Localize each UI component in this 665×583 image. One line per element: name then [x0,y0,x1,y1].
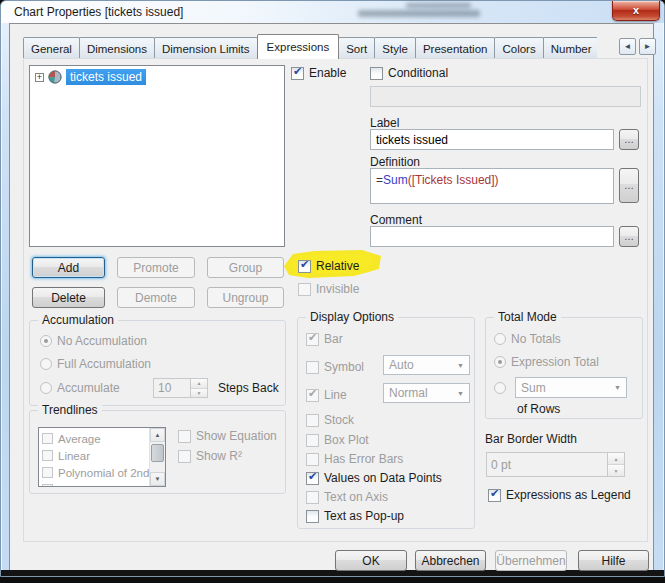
checkbox-box: ✔ [298,260,311,273]
check-icon: ✔ [293,66,302,77]
total-aggregation-dropdown[interactable]: Sum ▼ [515,377,627,398]
accumulate-radio[interactable]: Accumulate [40,381,120,395]
trendline-item-poly3[interactable]: Polynomial of 3rd d [39,481,165,487]
add-button[interactable]: Add [32,257,105,278]
spin-down-icon[interactable]: ▼ [608,465,624,476]
trendline-label: Average [58,433,101,445]
conditional-expression-field[interactable] [370,86,641,107]
spin-up-icon[interactable]: ▲ [191,379,207,389]
scroll-up-icon[interactable]: ▲ [150,428,165,442]
symbol-dropdown[interactable]: Auto ▼ [383,355,470,375]
cancel-button[interactable]: Abbrechen [415,550,486,571]
line-checkbox[interactable]: ✔ Line [306,388,347,402]
tab-style[interactable]: Style [374,37,416,59]
text-as-popup-checkbox[interactable]: Text as Pop-up [306,509,404,523]
trendline-label: Linear [58,450,90,462]
chevron-down-icon: ▼ [614,384,621,391]
conditional-checkbox[interactable]: Conditional [370,66,448,80]
stock-checkbox[interactable]: Stock [306,413,354,427]
bar-border-width-spinner[interactable]: 0 pt ▲ ▼ [486,452,625,477]
checkbox-box [306,414,319,427]
invisible-checkbox[interactable]: Invisible [298,282,359,296]
trendlines-scrollbar[interactable]: ▲ ▼ [149,428,165,486]
expression-list[interactable]: + tickets issued [29,65,285,247]
bar-checkbox[interactable]: ✔ Bar [306,332,343,346]
scrollbar-thumb[interactable] [151,444,164,462]
screenshot-root: Chart Properties [tickets issued] x Gene… [0,0,665,583]
box-plot-label: Box Plot [324,433,369,447]
comment-input[interactable] [370,226,614,247]
check-icon: ✔ [308,471,317,482]
comment-ellipsis-button[interactable]: … [619,226,639,247]
checkbox-box [42,450,53,461]
tab-presentation[interactable]: Presentation [415,37,496,59]
tab-expressions[interactable]: Expressions [257,34,340,59]
steps-back-value: 10 [154,379,190,397]
tab-dimension-limits[interactable]: Dimension Limits [154,37,258,59]
trendlines-list[interactable]: Average Linear Polynomial of 2nd d [38,427,166,487]
of-rows-label: of Rows [517,402,560,416]
accumulation-title: Accumulation [38,313,118,327]
trendline-item-linear[interactable]: Linear [39,447,165,464]
arrow-left-icon: ◄ [624,42,632,51]
enable-checkbox[interactable]: ✔ Enable [291,66,346,80]
steps-back-spinner[interactable]: 10 ▲ ▼ [153,378,208,398]
ungroup-button[interactable]: Ungroup [207,287,284,308]
full-accumulation-radio[interactable]: Full Accumulation [40,357,151,371]
help-button[interactable]: Hilfe [578,550,649,571]
close-button[interactable]: x [612,1,660,21]
show-equation-checkbox[interactable]: Show Equation [178,429,277,443]
tab-colors[interactable]: Colors [494,37,543,59]
aggregate-total-radio[interactable] [494,382,506,394]
tab-number[interactable]: Number [543,37,597,59]
spin-up-icon[interactable]: ▲ [608,453,624,465]
symbol-checkbox[interactable]: Symbol [306,360,364,374]
expressions-as-legend-label: Expressions as Legend [506,488,631,502]
box-plot-checkbox[interactable]: Box Plot [306,433,369,447]
no-totals-radio[interactable]: No Totals [494,332,561,346]
apply-button[interactable]: Übernehmen [495,550,567,571]
ok-button[interactable]: OK [335,550,407,571]
demote-button[interactable]: Demote [117,287,195,308]
values-on-data-points-checkbox[interactable]: ✔ Values on Data Points [306,471,442,485]
accumulate-label: Accumulate [57,381,120,395]
expression-total-radio[interactable]: Expression Total [494,355,599,369]
tab-sort[interactable]: Sort [338,37,375,59]
trendline-item-average[interactable]: Average [39,430,165,447]
delete-button[interactable]: Delete [32,287,105,308]
window-title: Chart Properties [tickets issued] [14,5,183,19]
expression-tree-item[interactable]: + tickets issued [30,66,284,85]
relative-checkbox[interactable]: ✔ Relative [298,259,665,273]
text-on-axis-checkbox[interactable]: Text on Axis [306,490,388,504]
spin-down-icon[interactable]: ▼ [191,389,207,398]
text-on-axis-label: Text on Axis [324,490,388,504]
no-accumulation-radio[interactable]: No Accumulation [40,334,147,348]
scroll-down-icon[interactable]: ▼ [150,472,165,486]
group-button[interactable]: Group [207,257,284,278]
has-error-bars-checkbox[interactable]: Has Error Bars [306,452,403,466]
definition-ellipsis-button[interactable]: … [619,168,639,203]
line-dropdown[interactable]: Normal ▼ [383,383,470,403]
checkbox-box [42,467,53,478]
pie-chart-icon [48,70,62,84]
expand-plus-icon[interactable]: + [35,73,44,82]
definition-input[interactable]: =Sum([Tickets Issued]) [370,168,614,204]
trendline-item-poly2[interactable]: Polynomial of 2nd d [39,464,165,481]
spinner-buttons[interactable]: ▲ ▼ [190,379,207,397]
expressions-as-legend-checkbox[interactable]: ✔ Expressions as Legend [488,488,631,502]
background-app-text-blur [406,3,471,8]
expression-item-label: tickets issued [66,69,146,85]
tab-general[interactable]: General [23,37,80,59]
checkbox-box [306,361,319,374]
title-bar[interactable]: Chart Properties [tickets issued] [1,1,664,23]
show-r2-label: Show R² [196,449,242,463]
label-input[interactable]: tickets issued [370,129,614,150]
promote-button[interactable]: Promote [117,257,195,278]
label-ellipsis-button[interactable]: … [619,129,639,150]
radio-circle [494,382,506,394]
show-r2-checkbox[interactable]: Show R² [178,449,242,463]
tab-scroll-right-button[interactable]: ► [639,38,656,55]
spinner-buttons[interactable]: ▲ ▼ [607,453,624,476]
tab-scroll-left-button[interactable]: ◄ [619,38,636,55]
tab-dimensions[interactable]: Dimensions [79,37,155,59]
